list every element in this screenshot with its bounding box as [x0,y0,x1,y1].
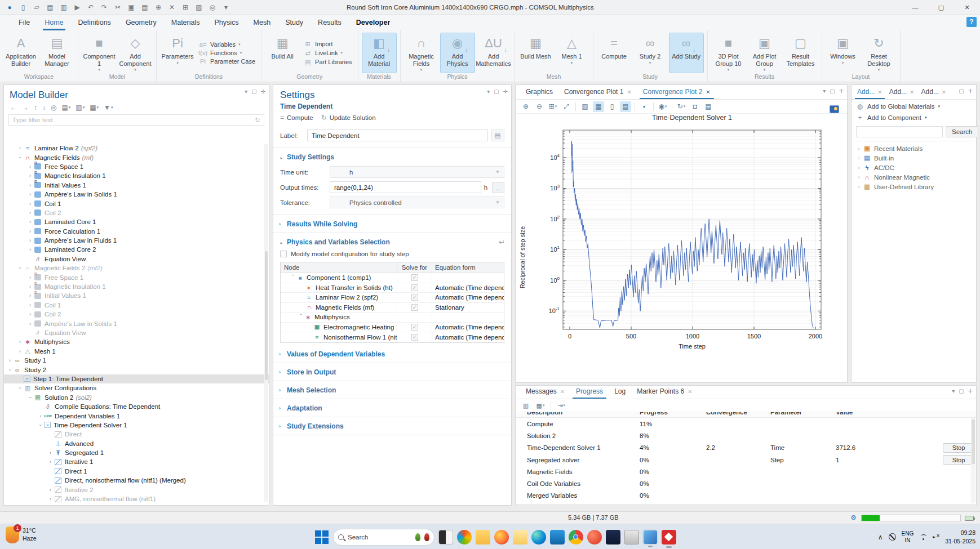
material-group-built-in[interactable]: ›▤Built-in [855,153,973,163]
build-mesh-button[interactable]: ▦Build Mesh [518,33,553,73]
magnetic-fields-button[interactable]: ∩Magnetic Fields▾ [404,33,439,73]
tree-item-direct[interactable]: Direct [4,430,269,439]
close-button[interactable]: ✕ [954,0,980,15]
expand-arrow-icon[interactable]: › [26,219,34,225]
solve-for-checkbox[interactable]: ✓ [411,274,418,281]
expand-arrow-icon[interactable]: › [16,349,24,354]
expand-arrow-icon[interactable]: › [26,275,34,280]
dock-table-icon[interactable]: ▥ [520,400,531,411]
section-study-extensions[interactable]: ›Study Extensions [273,418,511,434]
close-icon[interactable]: ✕ [688,389,692,395]
expand-arrow-icon[interactable]: › [855,175,863,180]
reset-desktop-button[interactable]: ↻Reset Desktop▾ [862,33,897,73]
solve-for-checkbox[interactable]: ✓ [411,294,418,301]
tree-item-coil-2[interactable]: ›Coil 2 [4,208,269,217]
folder-icon[interactable] [513,530,527,544]
language-indicator[interactable]: ENG IN [902,530,914,544]
chevron-down-icon[interactable]: ▾ [487,88,490,95]
chevron-down-icon[interactable]: ▾ [823,88,826,94]
physics-row-nonisothermal-flow-1-nitf1-[interactable]: ≈Nonisothermal Flow 1 (nitf1)✓Automatic … [281,332,504,342]
expand-arrow-icon[interactable]: › [26,238,34,243]
result-templates-button[interactable]: ▢Result Templates [783,33,818,73]
tree-item-time-dependent-solver-1[interactable]: ›~Time-Dependent Solver 1 [4,421,269,430]
close-icon[interactable]: ✕ [706,89,710,95]
compute-button[interactable]: =Compute [280,114,313,122]
tree-item-coil-1[interactable]: ›Coil 1 [4,301,269,310]
tree-item-compile-equations-time-dependent[interactable]: ∂Compile Equations: Time Dependent [4,402,269,411]
move-next-icon[interactable]: ⇥▾ [556,400,567,411]
menu-tab-physics[interactable]: Physics [208,15,245,30]
run-icon[interactable]: ▶ [71,2,83,13]
tree-item-solution-2[interactable]: ›▦Solution 2(sol2) [4,393,269,402]
output-times-input[interactable]: range(0,1,24) [330,181,481,193]
tab-add-material-1[interactable]: Add...✕ [854,88,886,99]
pin-icon[interactable]: ✛ [503,88,508,95]
add-study-button[interactable]: ∞↓Add Study [669,33,704,73]
select-icon[interactable]: ⊞ [179,2,192,13]
tree-item-amg-nonisothermal-flow-nitf1-[interactable]: ›AMG, nonisothermal flow (nitf1) [4,494,269,503]
section-results-while-solving[interactable]: › Results While Solving [273,216,511,231]
float-window-icon[interactable]: ▢ [959,388,964,394]
material-search-button[interactable]: Search [946,126,978,137]
tab-marker-points-6[interactable]: Marker Points 6✕ [631,387,698,399]
chart-app-icon[interactable] [606,530,620,544]
minimize-button[interactable]: — [902,0,928,15]
menu-tab-results[interactable]: Results [312,15,348,30]
menu-tab-mesh[interactable]: Mesh [247,15,277,30]
expand-arrow-icon[interactable]: › [26,164,34,169]
maximize-button[interactable]: ▢ [928,0,954,15]
tab-messages[interactable]: Messages✕ [520,387,570,399]
tree-item-laminated-core-2[interactable]: ›Laminated Core 2 [4,245,269,254]
tree-item-dependent-variables-1[interactable]: ›uxwDependent Variables 1 [4,411,269,420]
menu-tab-materials[interactable]: Materials [165,15,206,30]
section-study-settings[interactable]: ⌄ Study Settings [273,149,511,164]
solve-for-checkbox[interactable]: ✓ [411,324,418,331]
expand-arrow-icon[interactable]: › [47,496,54,502]
expand-arrow-icon[interactable]: › [26,311,34,317]
cancel-progress-icon[interactable]: ⊗ [850,513,857,521]
physics-row-electromagnetic-heating-1-[interactable]: ▣Electromagnetic Heating 1 (...✓Automati… [281,323,504,333]
save-icon[interactable]: ▤ [44,2,56,13]
pin-icon[interactable]: ✛ [968,388,973,394]
edge-icon[interactable] [531,530,546,544]
close-icon[interactable]: ✕ [910,89,914,95]
expand-arrow-icon[interactable]: › [26,201,34,207]
float-window-icon[interactable]: ▢ [251,88,256,95]
expand-arrow-icon[interactable]: › [26,229,34,234]
application-builder-button[interactable]: AApplication Builder [3,33,38,73]
pin-icon[interactable]: ✛ [839,88,844,94]
open-icon[interactable]: ▱ [30,2,43,13]
material-group-user-defined-library[interactable]: ›▥User-Defined Library [855,182,973,191]
functions-button[interactable]: f(x)Functions▾ [198,50,255,56]
section-values-of-dependent-variables[interactable]: ›Values of Dependent Variables [273,346,511,361]
expand-arrow-icon[interactable]: › [855,146,863,151]
add-plot-group-button[interactable]: ▣Add Plot Group▾ [747,33,782,73]
tree-item-study-1[interactable]: ›∞Study 1 [4,356,269,365]
tree-item-laminar-flow-2[interactable]: ›≈Laminar Flow 2(spf2) [4,144,269,153]
refresh-icon[interactable]: ↻ [255,116,260,124]
expand-arrow-icon[interactable]: › [26,182,34,188]
expand-arrow-icon[interactable]: › [6,358,14,363]
material-group-nonlinear-magnetic[interactable]: ›∩Nonlinear Magnetic [855,172,973,182]
undo-icon[interactable]: ↶ [85,2,97,13]
chevron-down-icon[interactable]: ▾ [245,88,247,95]
wifi-icon[interactable] [919,534,927,540]
find-icon[interactable]: ◎ [206,2,219,13]
tolerance-select[interactable]: Physics controlled▼ [330,197,504,208]
close-icon[interactable]: ✕ [560,389,565,395]
expand-arrow-icon[interactable]: › [47,487,54,493]
tab-convergence-plot-1[interactable]: Convergence Plot 1✕ [558,88,637,99]
model-manager-button[interactable]: ▤Model Manager [39,33,74,73]
label-input[interactable]: Time Dependent [307,130,488,141]
tree-item-magnetic-fields[interactable]: ›∩Magnetic Fields(mf) [4,153,269,162]
expand-arrow-icon[interactable]: › [26,173,34,178]
app-icon[interactable]: ● [3,2,16,13]
red-diamond-app-icon[interactable] [662,530,676,544]
close-icon[interactable]: ✕ [877,89,882,95]
tree-item-initial-values-1[interactable]: ›Initial Values 1 [4,291,269,300]
outlook-icon[interactable] [550,530,565,544]
study-2-button[interactable]: ∞Study 2▾ [633,33,668,73]
delete-icon[interactable]: ✕ [166,2,178,13]
variables-button[interactable]: a=Variables▾ [198,41,255,48]
menu-tab-home[interactable]: Home [38,15,69,30]
